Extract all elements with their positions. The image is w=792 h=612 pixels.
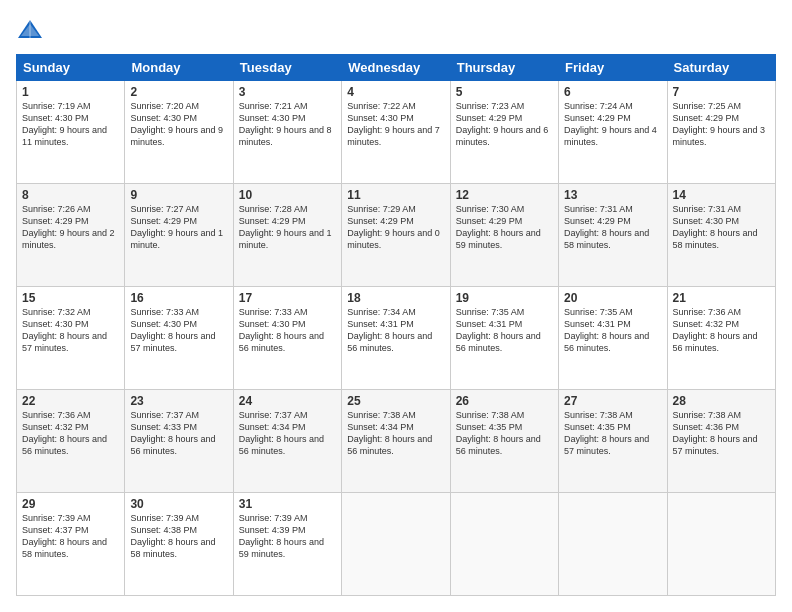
day-info: Sunrise: 7:38 AM Sunset: 4:35 PM Dayligh… [564,409,661,458]
header [16,16,776,44]
day-info: Sunrise: 7:26 AM Sunset: 4:29 PM Dayligh… [22,203,119,252]
day-info: Sunrise: 7:33 AM Sunset: 4:30 PM Dayligh… [239,306,336,355]
day-number: 24 [239,394,336,408]
calendar-col-header: Saturday [667,55,775,81]
day-info: Sunrise: 7:38 AM Sunset: 4:35 PM Dayligh… [456,409,553,458]
day-number: 30 [130,497,227,511]
calendar-cell: 28Sunrise: 7:38 AM Sunset: 4:36 PM Dayli… [667,390,775,493]
calendar-col-header: Tuesday [233,55,341,81]
day-number: 29 [22,497,119,511]
calendar-cell [559,493,667,596]
day-info: Sunrise: 7:37 AM Sunset: 4:34 PM Dayligh… [239,409,336,458]
day-number: 26 [456,394,553,408]
calendar-cell: 2Sunrise: 7:20 AM Sunset: 4:30 PM Daylig… [125,81,233,184]
day-number: 1 [22,85,119,99]
calendar-cell: 16Sunrise: 7:33 AM Sunset: 4:30 PM Dayli… [125,287,233,390]
calendar-cell: 31Sunrise: 7:39 AM Sunset: 4:39 PM Dayli… [233,493,341,596]
day-number: 17 [239,291,336,305]
day-number: 11 [347,188,444,202]
day-number: 5 [456,85,553,99]
day-info: Sunrise: 7:27 AM Sunset: 4:29 PM Dayligh… [130,203,227,252]
day-info: Sunrise: 7:39 AM Sunset: 4:37 PM Dayligh… [22,512,119,561]
day-number: 16 [130,291,227,305]
calendar-cell: 22Sunrise: 7:36 AM Sunset: 4:32 PM Dayli… [17,390,125,493]
day-number: 3 [239,85,336,99]
day-number: 23 [130,394,227,408]
calendar-cell: 9Sunrise: 7:27 AM Sunset: 4:29 PM Daylig… [125,184,233,287]
day-info: Sunrise: 7:25 AM Sunset: 4:29 PM Dayligh… [673,100,770,149]
day-number: 31 [239,497,336,511]
calendar-cell: 18Sunrise: 7:34 AM Sunset: 4:31 PM Dayli… [342,287,450,390]
day-number: 19 [456,291,553,305]
calendar-cell: 12Sunrise: 7:30 AM Sunset: 4:29 PM Dayli… [450,184,558,287]
calendar-col-header: Sunday [17,55,125,81]
calendar-row: 22Sunrise: 7:36 AM Sunset: 4:32 PM Dayli… [17,390,776,493]
calendar-row: 1Sunrise: 7:19 AM Sunset: 4:30 PM Daylig… [17,81,776,184]
day-info: Sunrise: 7:35 AM Sunset: 4:31 PM Dayligh… [564,306,661,355]
day-number: 18 [347,291,444,305]
calendar-cell [342,493,450,596]
day-info: Sunrise: 7:36 AM Sunset: 4:32 PM Dayligh… [673,306,770,355]
logo-icon [16,16,44,44]
day-info: Sunrise: 7:38 AM Sunset: 4:34 PM Dayligh… [347,409,444,458]
day-info: Sunrise: 7:35 AM Sunset: 4:31 PM Dayligh… [456,306,553,355]
day-number: 28 [673,394,770,408]
calendar-cell: 25Sunrise: 7:38 AM Sunset: 4:34 PM Dayli… [342,390,450,493]
calendar-cell: 19Sunrise: 7:35 AM Sunset: 4:31 PM Dayli… [450,287,558,390]
calendar-cell [450,493,558,596]
day-info: Sunrise: 7:31 AM Sunset: 4:29 PM Dayligh… [564,203,661,252]
day-info: Sunrise: 7:32 AM Sunset: 4:30 PM Dayligh… [22,306,119,355]
day-info: Sunrise: 7:30 AM Sunset: 4:29 PM Dayligh… [456,203,553,252]
calendar-col-header: Monday [125,55,233,81]
calendar-cell: 30Sunrise: 7:39 AM Sunset: 4:38 PM Dayli… [125,493,233,596]
calendar-cell: 21Sunrise: 7:36 AM Sunset: 4:32 PM Dayli… [667,287,775,390]
day-info: Sunrise: 7:28 AM Sunset: 4:29 PM Dayligh… [239,203,336,252]
day-info: Sunrise: 7:38 AM Sunset: 4:36 PM Dayligh… [673,409,770,458]
day-info: Sunrise: 7:34 AM Sunset: 4:31 PM Dayligh… [347,306,444,355]
calendar-col-header: Friday [559,55,667,81]
day-info: Sunrise: 7:19 AM Sunset: 4:30 PM Dayligh… [22,100,119,149]
calendar-header-row: SundayMondayTuesdayWednesdayThursdayFrid… [17,55,776,81]
day-info: Sunrise: 7:24 AM Sunset: 4:29 PM Dayligh… [564,100,661,149]
day-number: 20 [564,291,661,305]
calendar-cell: 5Sunrise: 7:23 AM Sunset: 4:29 PM Daylig… [450,81,558,184]
day-number: 8 [22,188,119,202]
day-info: Sunrise: 7:39 AM Sunset: 4:38 PM Dayligh… [130,512,227,561]
calendar-cell: 11Sunrise: 7:29 AM Sunset: 4:29 PM Dayli… [342,184,450,287]
day-number: 12 [456,188,553,202]
day-info: Sunrise: 7:39 AM Sunset: 4:39 PM Dayligh… [239,512,336,561]
day-info: Sunrise: 7:36 AM Sunset: 4:32 PM Dayligh… [22,409,119,458]
calendar-cell: 14Sunrise: 7:31 AM Sunset: 4:30 PM Dayli… [667,184,775,287]
calendar-cell: 8Sunrise: 7:26 AM Sunset: 4:29 PM Daylig… [17,184,125,287]
day-info: Sunrise: 7:23 AM Sunset: 4:29 PM Dayligh… [456,100,553,149]
day-info: Sunrise: 7:20 AM Sunset: 4:30 PM Dayligh… [130,100,227,149]
day-number: 4 [347,85,444,99]
day-number: 2 [130,85,227,99]
day-info: Sunrise: 7:33 AM Sunset: 4:30 PM Dayligh… [130,306,227,355]
day-number: 6 [564,85,661,99]
calendar-cell: 4Sunrise: 7:22 AM Sunset: 4:30 PM Daylig… [342,81,450,184]
calendar-cell: 15Sunrise: 7:32 AM Sunset: 4:30 PM Dayli… [17,287,125,390]
day-number: 15 [22,291,119,305]
day-info: Sunrise: 7:21 AM Sunset: 4:30 PM Dayligh… [239,100,336,149]
calendar-cell: 3Sunrise: 7:21 AM Sunset: 4:30 PM Daylig… [233,81,341,184]
calendar-cell: 24Sunrise: 7:37 AM Sunset: 4:34 PM Dayli… [233,390,341,493]
calendar-cell: 23Sunrise: 7:37 AM Sunset: 4:33 PM Dayli… [125,390,233,493]
calendar-cell: 17Sunrise: 7:33 AM Sunset: 4:30 PM Dayli… [233,287,341,390]
day-number: 10 [239,188,336,202]
day-number: 13 [564,188,661,202]
calendar-cell: 10Sunrise: 7:28 AM Sunset: 4:29 PM Dayli… [233,184,341,287]
logo [16,16,48,44]
day-info: Sunrise: 7:37 AM Sunset: 4:33 PM Dayligh… [130,409,227,458]
day-info: Sunrise: 7:29 AM Sunset: 4:29 PM Dayligh… [347,203,444,252]
day-number: 9 [130,188,227,202]
calendar-cell: 29Sunrise: 7:39 AM Sunset: 4:37 PM Dayli… [17,493,125,596]
calendar-cell: 6Sunrise: 7:24 AM Sunset: 4:29 PM Daylig… [559,81,667,184]
calendar-table: SundayMondayTuesdayWednesdayThursdayFrid… [16,54,776,596]
day-number: 21 [673,291,770,305]
day-number: 7 [673,85,770,99]
calendar-cell: 13Sunrise: 7:31 AM Sunset: 4:29 PM Dayli… [559,184,667,287]
day-number: 14 [673,188,770,202]
calendar-row: 15Sunrise: 7:32 AM Sunset: 4:30 PM Dayli… [17,287,776,390]
day-info: Sunrise: 7:22 AM Sunset: 4:30 PM Dayligh… [347,100,444,149]
